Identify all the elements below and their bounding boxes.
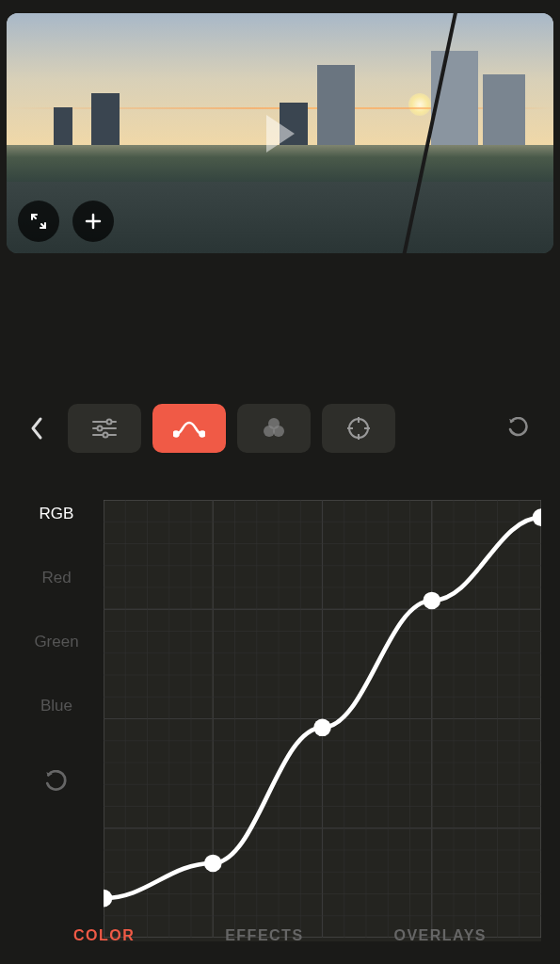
curve-control-point[interactable] bbox=[533, 508, 541, 526]
undo-icon bbox=[507, 417, 530, 440]
reset-all-button[interactable] bbox=[500, 410, 537, 447]
crosshair-icon bbox=[346, 416, 371, 441]
plus-icon bbox=[85, 213, 102, 230]
curve-control-point[interactable] bbox=[423, 592, 440, 610]
color-circles-icon bbox=[262, 416, 286, 441]
tab-color[interactable]: COLOR bbox=[73, 927, 135, 944]
building bbox=[483, 74, 525, 145]
play-icon[interactable] bbox=[266, 115, 295, 153]
expand-icon bbox=[30, 213, 47, 230]
svg-point-7 bbox=[200, 432, 205, 437]
channel-green[interactable]: Green bbox=[19, 633, 94, 651]
adjustments-button[interactable] bbox=[68, 404, 141, 453]
back-button[interactable] bbox=[23, 404, 51, 453]
channel-red[interactable]: Red bbox=[19, 569, 94, 587]
bottom-tab-bar: COLOR EFFECTS OVERLAYS bbox=[0, 908, 560, 964]
svg-point-10 bbox=[273, 426, 284, 437]
sun bbox=[408, 93, 431, 116]
curves-icon bbox=[173, 419, 205, 438]
svg-point-6 bbox=[174, 432, 179, 437]
target-button[interactable] bbox=[322, 404, 395, 453]
building bbox=[54, 107, 72, 145]
curves-button[interactable] bbox=[152, 404, 226, 453]
curve-control-point[interactable] bbox=[104, 890, 112, 908]
svg-point-3 bbox=[98, 426, 103, 431]
tab-effects[interactable]: EFFECTS bbox=[225, 927, 303, 944]
building bbox=[317, 65, 355, 145]
channel-sidebar: RGB Red Green Blue bbox=[19, 500, 94, 941]
svg-point-1 bbox=[107, 420, 112, 425]
building bbox=[91, 93, 120, 145]
expand-button[interactable] bbox=[18, 201, 59, 242]
curves-editor[interactable] bbox=[104, 500, 541, 941]
add-button[interactable] bbox=[72, 201, 114, 242]
video-preview[interactable] bbox=[7, 13, 553, 253]
svg-point-5 bbox=[104, 433, 108, 438]
chevron-left-icon bbox=[29, 416, 44, 441]
curve-control-point[interactable] bbox=[204, 855, 222, 873]
tab-overlays[interactable]: OVERLAYS bbox=[393, 927, 487, 944]
curve-canvas[interactable] bbox=[104, 500, 541, 938]
color-wheels-button[interactable] bbox=[237, 404, 311, 453]
curve-control-point[interactable] bbox=[313, 719, 331, 737]
channel-blue[interactable]: Blue bbox=[19, 697, 94, 715]
color-toolbar bbox=[0, 404, 560, 453]
channel-reset-button[interactable] bbox=[19, 770, 94, 795]
undo-icon bbox=[44, 770, 69, 795]
sliders-icon bbox=[91, 417, 118, 440]
channel-rgb[interactable]: RGB bbox=[19, 505, 94, 523]
curves-panel: RGB Red Green Blue bbox=[0, 481, 560, 941]
